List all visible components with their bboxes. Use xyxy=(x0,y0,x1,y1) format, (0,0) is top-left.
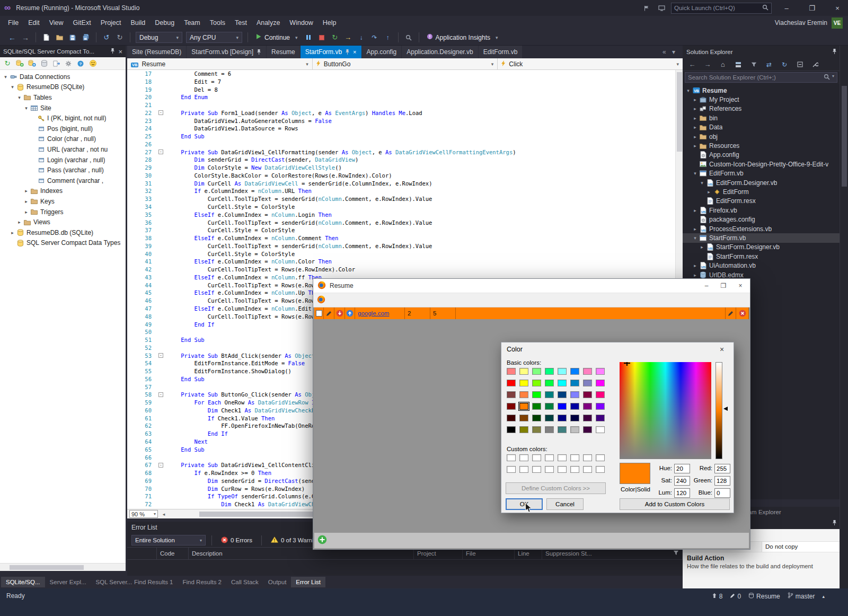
active-documents-icon[interactable]: ▾ xyxy=(672,48,675,56)
search-input[interactable]: Search Solution Explorer (Ctrl+;) ▾ xyxy=(685,72,837,83)
step-into-icon[interactable]: ↓ xyxy=(356,32,367,43)
hue-saturation-field[interactable] xyxy=(620,362,711,459)
tree-item-processextensions-vb[interactable]: ▸VBProcessExtensions.vb xyxy=(683,224,840,233)
maximize-button[interactable]: ❐ xyxy=(715,279,732,293)
url-link[interactable]: google.com xyxy=(358,310,389,316)
settings-icon[interactable] xyxy=(64,59,73,68)
editor-tab-startform-vb[interactable]: StartForm.vb× xyxy=(301,46,361,58)
basic-color-swatch[interactable] xyxy=(570,368,579,375)
checkbox[interactable] xyxy=(316,310,322,316)
basic-color-swatch[interactable] xyxy=(596,380,605,386)
basic-color-swatch[interactable] xyxy=(570,391,579,398)
tree-item-resumedb-sqlite[interactable]: ▾ResumeDB (SQLite) xyxy=(0,82,126,93)
basic-color-swatch[interactable] xyxy=(596,426,605,433)
menu-window[interactable]: Window xyxy=(285,16,317,29)
basic-color-swatch[interactable] xyxy=(507,403,516,410)
sqlite-toolbox-tree[interactable]: ▾Data Connections▾ResumeDB (SQLite)▾Tabl… xyxy=(0,70,126,563)
tree-item-my-project[interactable]: ▸My Project xyxy=(683,95,840,104)
save-all-icon[interactable] xyxy=(80,32,92,43)
basic-color-swatch[interactable] xyxy=(596,391,605,398)
expand-arrow-icon[interactable]: ▸ xyxy=(692,134,699,139)
panel-tab-call-stack[interactable]: Call Stack xyxy=(226,577,263,587)
tree-item-views[interactable]: ▸Views xyxy=(0,217,126,227)
collapse-icon[interactable]: - xyxy=(158,353,163,358)
basic-color-swatch[interactable] xyxy=(545,368,554,375)
expand-arrow-icon[interactable]: ▾ xyxy=(692,171,699,176)
basic-color-swatch[interactable] xyxy=(532,368,541,375)
tree-item-triggers[interactable]: ▸Triggers xyxy=(0,207,126,217)
pin-icon[interactable] xyxy=(832,48,837,56)
color-cell[interactable]: 5 xyxy=(430,307,456,319)
menu-edit[interactable]: Edit xyxy=(23,16,45,29)
branch-button[interactable]: master xyxy=(788,592,815,600)
panel-tab-find-results-2[interactable]: Find Results 2 xyxy=(178,577,227,587)
basic-color-swatch[interactable] xyxy=(519,391,528,398)
editor-tab-resume[interactable]: Resume xyxy=(267,46,300,58)
edit-pencil[interactable] xyxy=(324,307,334,319)
errors-filter-button[interactable]: 0 Errors xyxy=(218,536,255,544)
basic-color-swatch[interactable] xyxy=(545,426,554,433)
save-icon[interactable] xyxy=(67,32,78,43)
pin-icon[interactable] xyxy=(257,49,261,55)
branch-caret-icon[interactable]: ▴ xyxy=(822,594,825,599)
custom-color-swatch[interactable] xyxy=(532,466,541,473)
pending-changes[interactable]: 0 xyxy=(730,593,741,600)
tree-item-pass-varchar-null[interactable]: Pass (varchar , null) xyxy=(0,165,126,175)
pinned-tabs-chevron-icon[interactable]: « xyxy=(662,48,666,56)
tree-item-indexes[interactable]: ▸Indexes xyxy=(0,186,126,197)
menu-gitext[interactable]: GitExt xyxy=(68,16,96,29)
tree-item-resume[interactable]: ▾VBResume xyxy=(683,86,840,95)
nav-back-icon[interactable]: ← xyxy=(6,32,18,43)
tree-item-resumedb-db-sqlite[interactable]: ▸ResumeDB.db (SQLite) xyxy=(0,227,126,238)
tree-item-sql-server-compact-data-types[interactable]: SQL Server Compact Data Types xyxy=(0,238,126,249)
close-icon[interactable]: × xyxy=(353,49,356,55)
panel-tab-output[interactable]: Output xyxy=(263,577,292,587)
forward-icon[interactable]: → xyxy=(702,59,713,71)
menu-tools[interactable]: Tools xyxy=(205,16,230,29)
expand-arrow-icon[interactable]: ▸ xyxy=(692,106,699,111)
resume-window-titlebar[interactable]: Resume – ❐ × xyxy=(313,279,750,293)
basic-color-swatch[interactable] xyxy=(545,415,554,421)
row-checkbox[interactable] xyxy=(314,307,324,319)
add-to-custom-colors-button[interactable]: Add to Custom Colors xyxy=(620,498,730,510)
custom-color-swatch[interactable] xyxy=(507,466,516,473)
minimize-button[interactable]: – xyxy=(776,0,797,16)
vertical-scrollbar[interactable] xyxy=(840,46,848,588)
expand-arrow-icon[interactable]: ▾ xyxy=(2,74,9,80)
basic-color-swatch[interactable] xyxy=(583,368,592,375)
pin-icon[interactable] xyxy=(832,520,837,527)
editor-tab-site-resumedb[interactable]: Site (ResumeDB) xyxy=(127,46,186,58)
url-grid-row[interactable]: google.com25 xyxy=(314,307,749,319)
show-next-statement-icon[interactable]: → xyxy=(342,32,354,43)
delete-row-button[interactable] xyxy=(736,307,749,319)
dialog-titlebar[interactable]: Color xyxy=(501,342,734,356)
color-dialog[interactable]: Color × Basic colors: Custom colors: Def… xyxy=(501,342,734,513)
application-insights-button[interactable]: Application Insights▾ xyxy=(423,32,501,43)
screen-share-icon[interactable] xyxy=(656,5,667,11)
collapse-icon[interactable]: - xyxy=(158,392,163,397)
basic-color-swatch[interactable] xyxy=(558,426,567,433)
custom-color-swatch[interactable] xyxy=(545,466,554,473)
basic-color-swatch[interactable] xyxy=(532,391,541,398)
editor-tab-application-designer-vb[interactable]: Application.Designer.vb xyxy=(402,46,478,58)
basic-color-swatch[interactable] xyxy=(519,426,528,433)
tree-item-editform[interactable]: ▸EditForm xyxy=(683,187,840,196)
basic-color-swatch[interactable] xyxy=(558,415,567,421)
menu-file[interactable]: File xyxy=(3,16,23,29)
properties-icon[interactable] xyxy=(809,59,821,71)
home-icon[interactable]: ⌂ xyxy=(717,59,729,71)
edit-pencil-right[interactable] xyxy=(726,307,736,319)
tree-item-login-varchar-null[interactable]: Login (varchar , null) xyxy=(0,155,126,165)
url-cell[interactable]: google.com xyxy=(355,307,405,319)
nav-forward-icon[interactable]: → xyxy=(20,32,31,43)
rgb-blue-value[interactable]: 0 xyxy=(714,488,730,498)
open-file-icon[interactable] xyxy=(54,32,65,43)
expand-arrow-icon[interactable]: ▸ xyxy=(692,125,699,130)
basic-color-swatch[interactable] xyxy=(570,415,579,421)
collapse-icon[interactable]: - xyxy=(158,149,163,154)
undo-icon[interactable]: ↺ xyxy=(101,32,112,43)
export-data-icon[interactable] xyxy=(51,59,61,68)
luminance-slider[interactable] xyxy=(716,362,722,459)
expand-arrow-icon[interactable]: ▸ xyxy=(705,189,712,195)
basic-color-swatch[interactable] xyxy=(583,415,592,421)
